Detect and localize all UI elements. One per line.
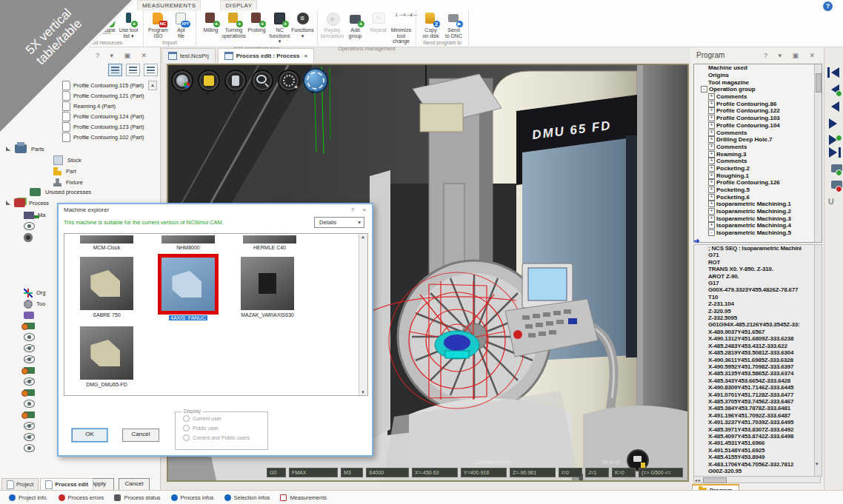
program-tree-item[interactable]: - Isoparametric Machining.5	[694, 229, 822, 237]
view-compact-icon[interactable]	[126, 64, 140, 76]
visibility-icon[interactable]	[24, 300, 33, 309]
go-last-operation-icon[interactable]	[827, 147, 841, 158]
expander-icon[interactable]: +	[708, 179, 715, 186]
panel-controls[interactable]: ? ▾ ▣ ✕	[764, 52, 819, 59]
dialog-close-icon[interactable]: ×	[362, 206, 366, 213]
operation-item[interactable]: Profile Contouring.123 (Part)	[62, 121, 147, 132]
process-subtree-item[interactable]: Org	[6, 287, 58, 298]
expander-icon[interactable]: +	[708, 158, 715, 164]
program-tree-item[interactable]: + Profile Contouring.126	[694, 179, 822, 187]
cancel-button[interactable]: Cancel	[119, 478, 150, 491]
process-subtree-item[interactable]: Too	[6, 298, 58, 309]
program-tree-item[interactable]: Machine used	[694, 64, 822, 72]
tree-node-unused-processes[interactable]: Unused processes	[30, 188, 91, 196]
process-subtree-item[interactable]	[6, 387, 58, 398]
horizontal-scrollbar[interactable]	[693, 476, 821, 483]
program-tree-item[interactable]: + Isoparametric Machining.3	[694, 215, 822, 222]
program-tree-item[interactable]: Tool magazine	[694, 78, 822, 86]
ribbon-button[interactable]: Apt file	[170, 10, 193, 38]
ribbon-button[interactable]: Minimize tool change	[390, 10, 413, 44]
ribbon-button[interactable]: Machine	[94, 10, 117, 38]
program-tree-item[interactable]: + Isoparametric Machining.2	[694, 208, 822, 215]
ribbon-button[interactable]: Probing	[245, 10, 268, 44]
program-tree-item[interactable]: + Pocketing.5	[694, 187, 822, 194]
panel-controls[interactable]: ? ▾ ▣ ✕	[96, 52, 151, 59]
visibility-icon[interactable]	[24, 411, 35, 418]
expander-icon[interactable]: +	[708, 136, 715, 143]
attach-icon[interactable]: ∪	[827, 194, 841, 206]
expander-icon[interactable]: +	[708, 187, 715, 193]
view-list-icon[interactable]	[144, 64, 158, 76]
view-detailed-icon[interactable]	[108, 64, 122, 76]
status-item[interactable]: Measurements	[280, 494, 327, 501]
ribbon-button[interactable]: Replay simulation	[321, 10, 344, 44]
solid-view-icon[interactable]	[198, 70, 220, 92]
expander-icon[interactable]: +	[708, 122, 715, 129]
tab-display[interactable]: DISPLAY	[220, 0, 257, 10]
ribbon-button[interactable]: NC functions ▾	[268, 10, 291, 44]
expander-icon[interactable]: +	[708, 165, 715, 172]
expander-icon[interactable]: +	[708, 172, 715, 179]
part-child-item[interactable]: Stock	[53, 155, 83, 166]
scroll-up-icon[interactable]: ▲	[148, 81, 157, 90]
expander-icon[interactable]: +	[708, 194, 715, 201]
tree-node-parts[interactable]: Parts	[6, 144, 44, 153]
process-subtree-item[interactable]	[6, 243, 58, 254]
play-forward-icon[interactable]	[827, 118, 841, 130]
next-operation-icon[interactable]	[827, 134, 841, 146]
machine-thumbnail[interactable]	[241, 257, 294, 310]
status-item[interactable]: Process status	[114, 494, 160, 501]
visibility-icon[interactable]	[24, 389, 35, 396]
machine-list[interactable]: MCM-Clock NHM8000 HERMLE C40 SABRE 750	[64, 233, 368, 396]
visibility-icon[interactable]	[24, 400, 35, 408]
gcode-scrollbar[interactable]	[814, 245, 822, 476]
previous-operation-icon[interactable]	[827, 84, 841, 95]
go-first-operation-icon[interactable]	[827, 67, 841, 78]
program-tree-item[interactable]: + Reaming.3	[694, 150, 822, 158]
process-subtree-item[interactable]	[6, 365, 58, 376]
collapse-icon[interactable]	[6, 201, 10, 205]
visibility-icon[interactable]	[24, 222, 35, 230]
program-tree-item[interactable]: + Roughing.1	[694, 172, 822, 179]
program-tree[interactable]: Machine used Origins Tool magazine - Ope…	[693, 64, 822, 243]
expander-icon[interactable]: -	[701, 86, 707, 93]
program-tree-item[interactable]: + Comments	[694, 144, 822, 151]
operation-item[interactable]: Profile Contouring.124 (Part)	[62, 111, 147, 121]
operation-item[interactable]: Reaming.4 (Part)	[62, 101, 147, 111]
view-mode-icon[interactable]	[171, 70, 193, 92]
ribbon-button[interactable]: Setup	[71, 10, 94, 38]
status-item[interactable]: Selection infos	[224, 494, 270, 501]
status-item[interactable]: Process errors	[59, 494, 104, 501]
program-tree-item[interactable]: + Pocketing.6	[694, 193, 822, 201]
tab-process-edit[interactable]: Process edit : Process ×	[218, 48, 315, 63]
help-icon[interactable]: ?	[823, 1, 833, 11]
program-tree-item[interactable]: - Operation group	[694, 86, 822, 93]
tab-process-edit-bottom[interactable]: Process edit	[40, 478, 93, 490]
collapse-icon[interactable]	[6, 147, 10, 151]
status-item[interactable]: Process infos	[171, 494, 214, 501]
process-subtree-item[interactable]: Ma	[6, 209, 58, 221]
selection-icon[interactable]	[278, 70, 300, 92]
tab-test-ncsprj[interactable]: test.NcsPrj	[161, 48, 216, 63]
expander-icon[interactable]: +	[708, 130, 715, 136]
process-subtree-item[interactable]	[6, 265, 58, 276]
tab-project[interactable]: Project	[1, 478, 39, 490]
process-subtree-item[interactable]	[6, 398, 58, 409]
expander-icon[interactable]: +	[708, 222, 715, 229]
operation-item[interactable]: Profile Contouring.121 (Part)	[62, 90, 147, 101]
expander-icon[interactable]: +	[708, 93, 715, 100]
operation-item[interactable]: Profile Contouring.102 (Part)	[62, 132, 147, 142]
program-tree-item[interactable]: + Profile Contouring.104	[694, 122, 822, 130]
ribbon-button[interactable]: Copy on disk	[419, 10, 442, 38]
process-subtree-item[interactable]	[6, 343, 58, 354]
part-child-item[interactable]: Fixture	[53, 177, 83, 188]
ok-button[interactable]: OK	[72, 429, 107, 442]
machine-thumbnail[interactable]	[80, 235, 133, 243]
process-subtree-item[interactable]	[6, 443, 58, 454]
rotate-view-icon[interactable]	[304, 70, 327, 92]
machine-thumbnail[interactable]	[161, 235, 215, 243]
operation-item[interactable]: Profile Contouring.115 (Part)	[62, 80, 147, 90]
dialog-help-icon[interactable]: ?	[351, 206, 354, 213]
program-tree-item[interactable]: + Comments	[694, 93, 822, 101]
play-backward-icon[interactable]	[827, 101, 841, 112]
